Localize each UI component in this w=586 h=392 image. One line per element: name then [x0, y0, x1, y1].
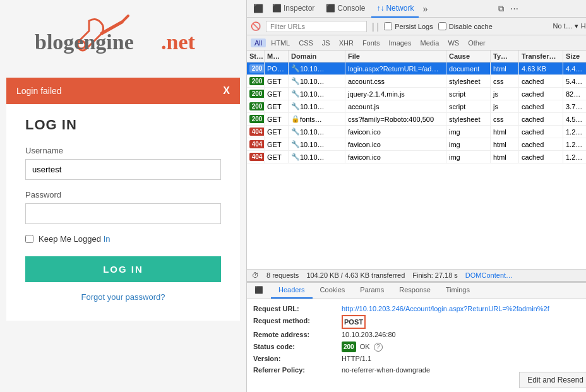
- detail-tab-params[interactable]: Params: [352, 283, 392, 299]
- dock-icon-btn[interactable]: ⬛: [251, 3, 266, 15]
- header-type: Ty…: [491, 50, 519, 62]
- detail-tab-back[interactable]: ⬛: [247, 283, 271, 299]
- keep-logged-in-link[interactable]: In: [104, 234, 111, 244]
- request-url-row: Request URL: http://10.10.203.246/Accoun…: [253, 303, 586, 315]
- cell-domain: 🔧 10.10…: [289, 88, 345, 100]
- cell-status: 200: [247, 100, 265, 112]
- cell-type: html: [491, 62, 519, 74]
- disable-cache-text: Disable cache: [449, 23, 493, 30]
- cell-transfer: cached: [519, 75, 563, 87]
- header-cause: Cause: [446, 50, 491, 62]
- table-row[interactable]: 404 GET 🔧 10.10… favicon.ico img html ca…: [247, 138, 586, 151]
- username-group: Username: [25, 146, 221, 180]
- cell-type: css: [491, 113, 519, 125]
- status-info-icon[interactable]: ?: [374, 343, 383, 352]
- copy-btn[interactable]: ⧉: [496, 3, 506, 15]
- clear-requests-btn[interactable]: 🚫: [251, 21, 261, 31]
- type-btn-all[interactable]: All: [251, 39, 266, 47]
- tab-network[interactable]: ↑↓ Network: [371, 0, 419, 18]
- forgot-password-link[interactable]: Forgot your password?: [25, 292, 221, 302]
- network-icon: ↑↓: [376, 4, 384, 13]
- type-btn-html[interactable]: HTML: [267, 39, 294, 47]
- keep-logged-checkbox[interactable]: [25, 235, 33, 243]
- type-btn-css[interactable]: CSS: [295, 39, 317, 47]
- tab-console[interactable]: ⬛ Console: [321, 0, 370, 18]
- login-panel: blogengine .net Login failed X LOG IN Us…: [0, 0, 246, 392]
- detail-tab-cookies[interactable]: Cookies: [313, 283, 353, 299]
- method-highlight: POST: [342, 315, 366, 330]
- type-btn-ws[interactable]: WS: [444, 39, 463, 47]
- cell-transfer: cached: [519, 100, 563, 112]
- table-row[interactable]: 200 PO… 🔧 10.10… login.aspx?ReturnURL=/a…: [247, 62, 586, 75]
- cell-domain: 🔧 10.10…: [289, 126, 345, 138]
- cell-file: jquery-2.1.4.min.js: [345, 88, 446, 100]
- type-btn-images[interactable]: Images: [385, 39, 415, 47]
- version-row: Version: HTTP/1.1: [253, 353, 586, 365]
- referrer-value: no-referrer-when-downgrade: [342, 364, 430, 376]
- disable-cache-checkbox[interactable]: [438, 22, 446, 30]
- username-input[interactable]: [25, 159, 221, 180]
- request-method-value: POST: [342, 315, 366, 330]
- cell-status: 404: [247, 151, 265, 163]
- password-input[interactable]: [25, 203, 221, 224]
- tab-inspector[interactable]: ⬛ Inspector: [267, 0, 320, 18]
- cell-cause: stylesheet: [446, 75, 491, 87]
- table-row[interactable]: 200 GET 🔧 10.10… jquery-2.1.4.min.js scr…: [247, 88, 586, 100]
- throttle-selector[interactable]: No t… ▾ HA▾: [553, 22, 586, 30]
- close-error-btn[interactable]: X: [223, 85, 230, 97]
- type-btn-fonts[interactable]: Fonts: [359, 39, 384, 47]
- table-row[interactable]: 200 GET 🔧 10.10… account.js script js ca…: [247, 100, 586, 113]
- request-url-link[interactable]: http://10.10.203.246/Account/login.aspx?…: [342, 305, 549, 312]
- cell-status: 404: [247, 138, 265, 150]
- cell-file: account.js: [345, 100, 446, 112]
- filter-url-input[interactable]: [270, 23, 362, 30]
- login-title: LOG IN: [25, 117, 221, 133]
- edit-resend-button[interactable]: Edit and Resend: [519, 372, 586, 388]
- svg-text:blogengine: blogengine: [35, 30, 134, 54]
- keep-logged-row: Keep Me Logged In: [25, 234, 221, 244]
- dom-content-link[interactable]: DOMContent…: [465, 271, 513, 279]
- detail-panel: ⬛ Headers Cookies Params Response Timing…: [247, 282, 586, 392]
- cell-type: html: [491, 126, 519, 138]
- detail-tab-response[interactable]: Response: [392, 283, 438, 299]
- table-row[interactable]: 404 GET 🔧 10.10… favicon.ico img html ca…: [247, 126, 586, 138]
- type-btn-js[interactable]: JS: [318, 39, 334, 47]
- cell-method: GET: [265, 113, 289, 125]
- cell-file: account.css: [345, 75, 446, 87]
- cell-domain: 🔧 10.10…: [289, 75, 345, 87]
- cell-method: GET: [265, 100, 289, 112]
- cell-type: html: [491, 151, 519, 163]
- table-row[interactable]: 404 GET 🔧 10.10… favicon.ico img html ca…: [247, 151, 586, 163]
- more-options-btn[interactable]: ⋯: [508, 3, 521, 15]
- type-btn-xhr[interactable]: XHR: [335, 39, 357, 47]
- cell-type: js: [491, 88, 519, 100]
- type-btn-other[interactable]: Other: [464, 39, 489, 47]
- disable-cache-label[interactable]: Disable cache: [438, 22, 493, 30]
- status-200-badge: 200: [342, 342, 356, 352]
- cell-type: css: [491, 75, 519, 87]
- logo-area: blogengine .net: [28, 13, 218, 65]
- status-ok-text: OK: [360, 343, 370, 350]
- filter-input-wrap: [266, 21, 367, 32]
- login-button[interactable]: LOG IN: [25, 256, 221, 282]
- inspector-icon: ⬛: [272, 4, 282, 13]
- cell-method: GET: [265, 75, 289, 87]
- more-tabs-btn[interactable]: »: [420, 3, 430, 15]
- persist-logs-label[interactable]: Persist Logs: [384, 22, 433, 30]
- type-btn-media[interactable]: Media: [416, 39, 443, 47]
- network-table-wrap[interactable]: St… M… Domain File Cause Ty… Transfer… S…: [247, 50, 586, 269]
- logo-svg: blogengine .net: [28, 13, 218, 63]
- persist-logs-checkbox[interactable]: [384, 22, 392, 30]
- svg-text:.net: .net: [161, 30, 196, 54]
- detail-tab-timings[interactable]: Timings: [438, 283, 477, 299]
- version-value: HTTP/1.1: [342, 353, 371, 365]
- table-row[interactable]: 200 GET 🔧 10.10… account.css stylesheet …: [247, 75, 586, 88]
- request-method-label: Request method:: [253, 315, 342, 330]
- cell-transfer: cached: [519, 126, 563, 138]
- username-label: Username: [25, 146, 221, 155]
- password-group: Password: [25, 190, 221, 224]
- table-row[interactable]: 200 GET 🔒 fonts… css?family=Roboto:400,5…: [247, 113, 586, 126]
- header-method: M…: [265, 50, 289, 62]
- finish-time: Finish: 27.18 s: [412, 271, 458, 279]
- detail-tab-headers[interactable]: Headers: [271, 283, 313, 299]
